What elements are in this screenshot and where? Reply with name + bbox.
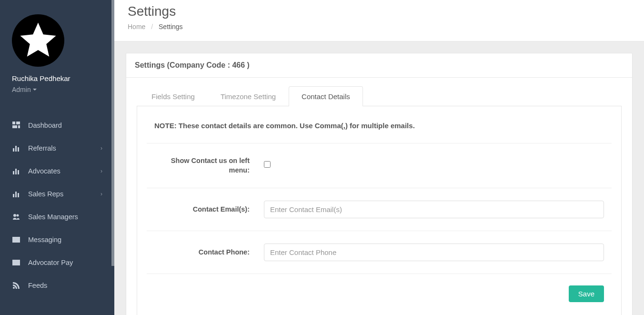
save-button[interactable]: Save — [569, 285, 604, 302]
svg-rect-6 — [18, 147, 19, 152]
svg-rect-7 — [13, 171, 14, 174]
svg-point-13 — [13, 214, 16, 217]
sidebar-item-advocator-pay[interactable]: Advocator Pay — [0, 251, 114, 274]
contact-phone-label: Contact Phone: — [154, 248, 250, 256]
tab-contact-details[interactable]: Contact Details — [289, 86, 363, 106]
sidebar: Ruchika Pedhekar Admin Dashboard Referra… — [0, 0, 114, 315]
sidebar-item-sales-managers[interactable]: Sales Managers — [0, 205, 114, 228]
rss-icon — [12, 282, 20, 289]
sidebar-item-messaging[interactable]: Messaging — [0, 228, 114, 251]
role-label: Admin — [12, 86, 31, 93]
svg-rect-10 — [13, 194, 14, 197]
nav-label: Messaging — [28, 236, 61, 244]
form-row-contact-phone: Contact Phone: — [147, 231, 612, 274]
show-contact-checkbox[interactable] — [264, 161, 271, 168]
card-title: Settings (Company Code : 466 ) — [126, 53, 632, 78]
form-row-show-contact: Show Contact us on left menu: — [147, 143, 612, 188]
svg-point-14 — [17, 214, 19, 217]
sidebar-item-referrals[interactable]: Referrals › — [0, 137, 114, 160]
sidebar-item-sales-reps[interactable]: Sales Reps › — [0, 183, 114, 205]
button-row: Save — [147, 274, 612, 302]
main-content: Settings Home / Settings Settings (Compa… — [114, 0, 644, 315]
nav-label: Sales Reps — [28, 190, 63, 198]
profile-block: Ruchika Pedhekar Admin — [0, 0, 114, 99]
nav: Dashboard Referrals › Advocates › — [0, 114, 114, 297]
contact-phone-input[interactable] — [264, 244, 604, 261]
scrollbar-indicator[interactable] — [111, 0, 114, 266]
grid-icon — [12, 122, 20, 129]
show-contact-label: Show Contact us on left menu: — [154, 156, 250, 175]
svg-rect-8 — [15, 169, 17, 174]
card-body: Fields Setting Timezone Setting Contact … — [126, 78, 632, 315]
tab-fields-setting[interactable]: Fields Setting — [139, 86, 208, 106]
form-note: NOTE: These contact details are common. … — [147, 118, 612, 143]
chevron-right-icon: › — [101, 145, 102, 152]
nav-label: Advocator Pay — [28, 259, 73, 266]
svg-rect-4 — [13, 148, 14, 152]
tab-timezone-setting[interactable]: Timezone Setting — [208, 86, 289, 106]
bar-chart-icon — [12, 190, 20, 198]
svg-rect-0 — [12, 122, 15, 124]
nav-label: Dashboard — [28, 122, 62, 129]
tab-panel-contact: NOTE: These contact details are common. … — [137, 106, 622, 315]
chevron-down-icon — [33, 89, 37, 91]
nav-label: Advocates — [28, 167, 60, 175]
nav-label: Referrals — [28, 144, 56, 152]
sidebar-item-feeds[interactable]: Feeds — [0, 274, 114, 297]
tab-bar: Fields Setting Timezone Setting Contact … — [137, 86, 622, 106]
svg-rect-2 — [12, 125, 17, 128]
envelope-icon — [12, 237, 20, 243]
sidebar-item-advocates[interactable]: Advocates › — [0, 160, 114, 183]
svg-rect-5 — [15, 146, 17, 152]
svg-rect-1 — [16, 122, 20, 124]
svg-rect-12 — [18, 193, 19, 197]
svg-rect-11 — [15, 192, 17, 197]
nav-label: Sales Managers — [28, 213, 78, 221]
breadcrumb-home[interactable]: Home — [128, 23, 145, 30]
breadcrumb: Home / Settings — [128, 23, 631, 30]
bar-chart-icon — [12, 167, 20, 175]
users-icon — [12, 213, 20, 221]
form-row-contact-email: Contact Email(s): — [147, 188, 612, 231]
svg-point-15 — [13, 287, 15, 289]
bar-chart-icon — [12, 144, 20, 152]
contact-email-input[interactable] — [264, 201, 604, 218]
svg-rect-3 — [18, 125, 20, 128]
envelope-icon — [12, 260, 20, 265]
settings-card: Settings (Company Code : 466 ) Fields Se… — [126, 53, 633, 315]
chevron-right-icon: › — [101, 191, 102, 197]
svg-rect-9 — [18, 170, 19, 174]
profile-name: Ruchika Pedhekar — [12, 74, 102, 82]
sidebar-item-dashboard[interactable]: Dashboard — [0, 114, 114, 137]
role-dropdown[interactable]: Admin — [12, 86, 37, 93]
content-area: Settings (Company Code : 466 ) Fields Se… — [114, 41, 644, 315]
contact-email-label: Contact Email(s): — [154, 205, 250, 213]
chevron-right-icon: › — [101, 168, 102, 174]
page-header: Settings Home / Settings — [114, 0, 644, 41]
nav-label: Feeds — [28, 282, 47, 289]
avatar — [12, 14, 64, 67]
breadcrumb-sep: / — [151, 23, 153, 30]
star-icon — [17, 19, 60, 62]
page-title: Settings — [128, 4, 631, 19]
breadcrumb-current: Settings — [159, 23, 183, 30]
